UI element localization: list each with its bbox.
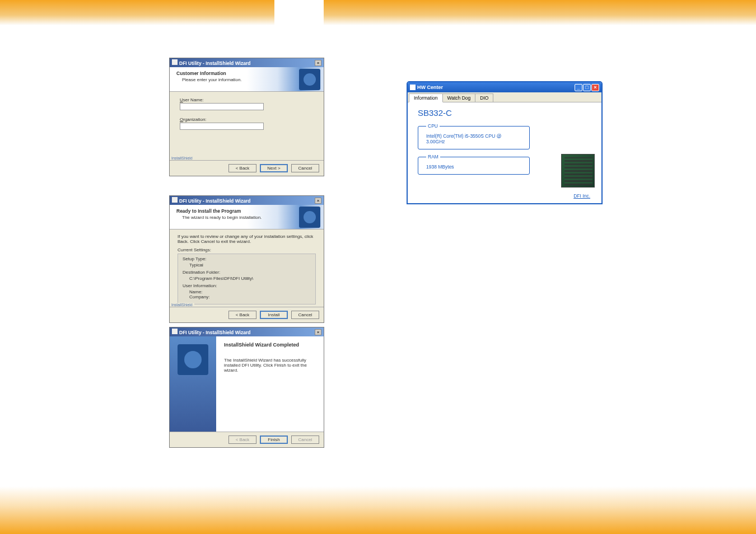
setup-type-value: Typical xyxy=(183,263,311,268)
product-name: SB332-C xyxy=(418,108,591,118)
header-white-tab xyxy=(274,0,324,25)
hw-tabs: Information Watch Dog DIO xyxy=(408,92,601,102)
current-settings-label: Current Settings: xyxy=(178,247,316,252)
window-title: DFI Utility - InstallShield Wizard xyxy=(172,59,250,66)
installshield-brand: InstallShield xyxy=(170,303,194,307)
hw-center-window: HW Center _ □ × Information Watch Dog DI… xyxy=(407,81,603,204)
app-icon xyxy=(410,85,416,90)
finish-button[interactable]: Finish xyxy=(260,435,288,444)
maximize-icon[interactable]: □ xyxy=(583,84,591,91)
back-button: < Back xyxy=(228,435,256,444)
back-button[interactable]: < Back xyxy=(228,164,256,172)
user-info-label: User Information: xyxy=(183,283,311,288)
cpu-legend: CPU xyxy=(426,123,440,129)
organization-input[interactable] xyxy=(180,123,264,130)
installer-dialog-ready: DFI Utility - InstallShield Wizard × Rea… xyxy=(169,195,324,323)
cpu-group: CPU Intel(R) Core(TM) i5-3550S CPU @ 3.0… xyxy=(418,123,530,149)
installer-dialog-completed: DFI Utility - InstallShield Wizard × Ins… xyxy=(169,327,324,448)
close-icon[interactable]: × xyxy=(315,60,321,66)
organization-label: Organization: xyxy=(180,117,314,122)
dialog-body: InstallShield Wizard Completed The Insta… xyxy=(170,336,324,432)
window-title: DFI Utility - InstallShield Wizard xyxy=(172,329,250,335)
username-input[interactable] xyxy=(180,103,264,110)
username-label: User Name: xyxy=(180,97,314,102)
header-subtitle: Please enter your information. xyxy=(176,77,317,82)
dialog-footer: InstallShield < Back Install Cancel xyxy=(170,307,324,322)
dialog-body: User Name: Organization: xyxy=(170,92,324,160)
user-info-company: Company: xyxy=(183,294,311,299)
titlebar: DFI Utility - InstallShield Wizard × xyxy=(170,58,324,67)
header-subtitle: The wizard is ready to begin installatio… xyxy=(176,215,317,220)
window-title: DFI Utility - InstallShield Wizard xyxy=(172,197,250,204)
settings-panel: Setup Type: Typical Destination Folder: … xyxy=(178,254,316,305)
tab-watch-dog[interactable]: Watch Dog xyxy=(442,93,476,102)
header-title: Ready to Install the Program xyxy=(176,208,317,214)
header-title: Customer Information xyxy=(176,71,317,76)
ram-value: 1938 MBytes xyxy=(426,164,454,170)
page-header-banner xyxy=(0,0,756,25)
titlebar: DFI Utility - InstallShield Wizard × xyxy=(170,327,324,336)
back-button[interactable]: < Back xyxy=(228,311,256,319)
dfi-link[interactable]: DFI Inc. xyxy=(573,193,590,199)
dialog-footer: < Back Finish Cancel xyxy=(170,432,324,447)
wizard-icon xyxy=(172,197,178,203)
completion-panel: InstallShield Wizard Completed The Insta… xyxy=(216,336,324,432)
install-button[interactable]: Install xyxy=(260,311,288,319)
tab-information[interactable]: Information xyxy=(409,93,443,102)
close-icon[interactable]: × xyxy=(315,198,321,204)
ram-legend: RAM xyxy=(426,154,440,160)
completed-title: InstallShield Wizard Completed xyxy=(224,342,316,348)
tab-dio[interactable]: DIO xyxy=(475,93,493,102)
cancel-button[interactable]: Cancel xyxy=(291,164,319,172)
dialog-body: If you want to review or change any of y… xyxy=(170,229,324,307)
wizard-icon xyxy=(172,329,178,334)
close-icon[interactable]: × xyxy=(315,329,321,335)
user-info-name: Name: xyxy=(183,289,311,294)
dest-folder-label: Destination Folder: xyxy=(183,270,311,275)
dialog-header: Ready to Install the Program The wizard … xyxy=(170,205,324,229)
close-icon[interactable]: × xyxy=(591,84,599,91)
review-intro-text: If you want to review or change any of y… xyxy=(178,234,316,244)
cpu-value: Intel(R) Core(TM) i5-3550S CPU @ 3.00GHz xyxy=(426,133,501,144)
ram-group: RAM 1938 MBytes xyxy=(418,154,530,175)
dialog-footer: InstallShield < Back Next > Cancel xyxy=(170,160,324,176)
minimize-icon[interactable]: _ xyxy=(575,84,582,91)
motherboard-image xyxy=(561,154,595,188)
wizard-icon xyxy=(172,59,178,65)
installer-logo-icon xyxy=(178,344,208,375)
installer-dialog-customer-info: DFI Utility - InstallShield Wizard × Cus… xyxy=(169,58,324,176)
window-title: HW Center xyxy=(410,85,443,91)
setup-type-label: Setup Type: xyxy=(183,256,311,261)
installer-logo-icon xyxy=(299,69,320,90)
cancel-button[interactable]: Cancel xyxy=(291,311,319,319)
hw-body: SB332-C CPU Intel(R) Core(TM) i5-3550S C… xyxy=(408,102,601,203)
page-footer-banner xyxy=(0,486,756,534)
installshield-brand: InstallShield xyxy=(170,156,194,160)
installer-logo-icon xyxy=(299,207,320,228)
wizard-side-graphic xyxy=(170,336,216,432)
titlebar: DFI Utility - InstallShield Wizard × xyxy=(170,196,324,205)
titlebar: HW Center _ □ × xyxy=(408,82,601,92)
completed-text: The InstallShield Wizard has successfull… xyxy=(224,358,316,373)
dest-folder-value: C:\Program Files\DFI\DFI Utility\ xyxy=(183,276,311,281)
dialog-header: Customer Information Please enter your i… xyxy=(170,67,324,92)
cancel-button: Cancel xyxy=(291,435,319,444)
next-button[interactable]: Next > xyxy=(260,164,288,172)
